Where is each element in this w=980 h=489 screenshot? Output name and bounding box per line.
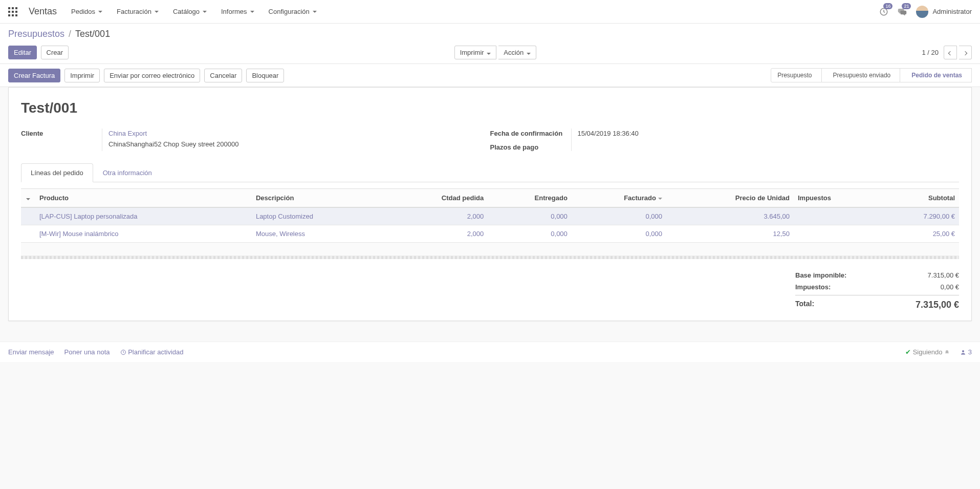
- top-nav: Ventas Pedidos Facturación Catálogo Info…: [0, 0, 980, 24]
- col-invoiced[interactable]: Facturado: [572, 189, 666, 208]
- cell-delivered: 0,000: [488, 225, 572, 243]
- schedule-activity-link[interactable]: Planificar actividad: [120, 348, 184, 356]
- col-subtotal[interactable]: Subtotal: [878, 189, 959, 208]
- action-dropdown[interactable]: Acción: [498, 46, 536, 59]
- form-sheet: Test/001 Cliente China Export ChinaShang…: [8, 87, 972, 321]
- edit-button[interactable]: Editar: [8, 46, 37, 59]
- totals: Base imponible: 7.315,00 € Impuestos: 0,…: [795, 269, 959, 312]
- chatter-right: ✔Siguiendo 3: [905, 348, 972, 356]
- action-label: Acción: [504, 49, 524, 56]
- nav-label: Configuración: [269, 8, 310, 15]
- cell-invoiced: 0,000: [572, 207, 666, 225]
- label-customer: Cliente: [21, 129, 98, 151]
- nav-item-informes[interactable]: Informes: [221, 8, 254, 15]
- log-note-link[interactable]: Poner una nota: [64, 348, 110, 356]
- right-values: 15/04/2019 18:36:40: [571, 129, 960, 151]
- svg-point-2: [962, 350, 964, 352]
- cp-toolbar: Editar Crear Imprimir Acción 1 / 20: [8, 46, 972, 59]
- messages-icon[interactable]: 21: [898, 7, 907, 16]
- customer-link[interactable]: China Export: [108, 130, 147, 137]
- caret-down-icon: [155, 11, 159, 13]
- pager-text[interactable]: 1 / 20: [922, 49, 939, 56]
- label-payment-terms: Plazos de pago: [490, 142, 567, 151]
- cell-price: 12,50: [666, 225, 794, 243]
- chevron-right-icon: [963, 51, 967, 55]
- label-confirm-date: Fecha de confirmación: [490, 129, 567, 137]
- cell-qty: 2,000: [385, 207, 488, 225]
- col-invoiced-label: Facturado: [624, 194, 656, 202]
- drag-handle-icon[interactable]: [21, 207, 35, 225]
- nav-item-pedidos[interactable]: Pedidos: [71, 8, 102, 15]
- cell-description: Laptop Customized: [252, 207, 385, 225]
- nav-label: Pedidos: [71, 8, 95, 15]
- table-row[interactable]: [M-Wir] Mouse inalámbrico Mouse, Wireles…: [21, 225, 959, 243]
- send-email-button[interactable]: Enviar por correo electrónico: [104, 69, 200, 82]
- col-taxes[interactable]: Impuestos: [794, 189, 878, 208]
- nav-label: Catálogo: [173, 8, 200, 15]
- followers-button[interactable]: 3: [960, 348, 972, 356]
- col-price[interactable]: Precio de Unidad: [666, 189, 794, 208]
- nav-item-configuracion[interactable]: Configuración: [269, 8, 317, 15]
- confirm-date-value: 15/04/2019 18:36:40: [578, 129, 960, 139]
- sort-icon: [658, 198, 662, 200]
- caret-down-icon: [313, 11, 317, 13]
- cell-taxes: [794, 207, 878, 225]
- lock-button[interactable]: Bloquear: [246, 69, 284, 82]
- breadcrumb-root[interactable]: Presupuestos: [8, 29, 64, 39]
- tab-other[interactable]: Otra información: [93, 163, 162, 182]
- create-button[interactable]: Crear: [41, 46, 69, 59]
- followers-count: 3: [968, 348, 972, 356]
- create-invoice-button[interactable]: Crear Factura: [8, 69, 60, 82]
- stage-sale[interactable]: Pedido de ventas: [900, 68, 972, 82]
- col-qty[interactable]: Ctdad pedida: [385, 189, 488, 208]
- center-buttons: Imprimir Acción: [454, 46, 536, 59]
- breadcrumb-current: Test/001: [75, 29, 110, 39]
- col-delivered[interactable]: Entregado: [488, 189, 572, 208]
- pager: 1 / 20: [922, 46, 972, 59]
- nav-menu: Pedidos Facturación Catálogo Informes Co…: [71, 8, 317, 15]
- cell-product[interactable]: [M-Wir] Mouse inalámbrico: [35, 225, 252, 243]
- pager-next-button[interactable]: [959, 46, 972, 59]
- tab-lines[interactable]: Líneas del pedido: [21, 163, 93, 182]
- print-button[interactable]: Imprimir: [64, 69, 100, 82]
- activity-label: Planificar actividad: [128, 348, 183, 356]
- activities-icon[interactable]: 16: [879, 7, 888, 16]
- pager-prev-button[interactable]: [944, 46, 957, 59]
- col-description[interactable]: Descripción: [252, 189, 385, 208]
- apps-icon[interactable]: [8, 7, 17, 16]
- follow-button[interactable]: ✔Siguiendo: [905, 348, 950, 356]
- user-menu[interactable]: Administrator: [916, 6, 972, 18]
- user-name: Administrator: [932, 8, 972, 15]
- handle-header[interactable]: [21, 189, 35, 208]
- nav-item-catalogo[interactable]: Catálogo: [173, 8, 207, 15]
- tabs: Líneas del pedido Otra información: [21, 163, 959, 182]
- stage-quote[interactable]: Presupuesto: [771, 68, 821, 82]
- nav-item-facturacion[interactable]: Facturación: [117, 8, 159, 15]
- col-product[interactable]: Producto: [35, 189, 252, 208]
- record-title: Test/001: [21, 100, 959, 116]
- breadcrumb: Presupuestos / Test/001: [8, 29, 972, 39]
- tax-label: Impuestos:: [795, 283, 831, 291]
- table-filler-row: [21, 243, 959, 256]
- table-row[interactable]: [LAP-CUS] Laptop personalizada Laptop Cu…: [21, 207, 959, 225]
- table-header-row: Producto Descripción Ctdad pedida Entreg…: [21, 189, 959, 208]
- breadcrumb-sep: /: [69, 29, 71, 39]
- drag-handle-icon[interactable]: [21, 225, 35, 243]
- send-message-link[interactable]: Enviar mensaje: [8, 348, 54, 356]
- base-label: Base imponible:: [795, 271, 846, 279]
- customer-address: ChinaShanghai52 Chop Suey street 200000: [108, 139, 490, 150]
- pager-buttons: [944, 46, 972, 59]
- caret-down-icon: [487, 53, 491, 55]
- stage-sent[interactable]: Presupuesto enviado: [821, 68, 901, 82]
- total-label: Total:: [795, 300, 814, 310]
- cell-subtotal: 25,00 €: [878, 225, 959, 243]
- caret-down-icon: [26, 198, 30, 200]
- app-brand[interactable]: Ventas: [29, 6, 57, 17]
- form-row: Cliente China Export ChinaShanghai52 Cho…: [21, 129, 959, 151]
- follow-label: Siguiendo: [913, 348, 943, 356]
- nav-label: Informes: [221, 8, 247, 15]
- nav-label: Facturación: [117, 8, 151, 15]
- cell-product[interactable]: [LAP-CUS] Laptop personalizada: [35, 207, 252, 225]
- cancel-button[interactable]: Cancelar: [204, 69, 242, 82]
- print-dropdown[interactable]: Imprimir: [454, 46, 497, 59]
